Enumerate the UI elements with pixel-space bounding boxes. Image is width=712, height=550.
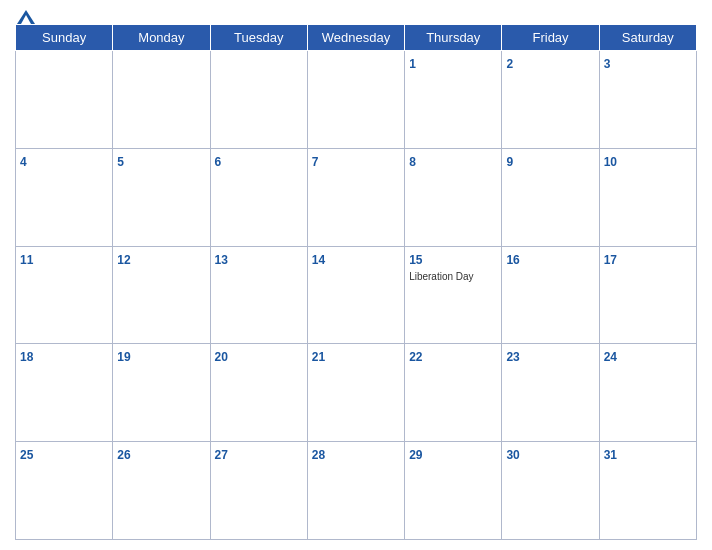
weekday-header-friday: Friday [502,25,599,51]
weekday-header-monday: Monday [113,25,210,51]
day-number: 30 [506,448,519,462]
weekday-header-saturday: Saturday [599,25,696,51]
weekday-header-tuesday: Tuesday [210,25,307,51]
calendar-cell: 13 [210,246,307,344]
calendar-cell: 22 [405,344,502,442]
calendar-cell: 21 [307,344,404,442]
day-number: 3 [604,57,611,71]
calendar-cell: 5 [113,148,210,246]
calendar-table: SundayMondayTuesdayWednesdayThursdayFrid… [15,24,697,540]
day-number: 18 [20,350,33,364]
day-number: 7 [312,155,319,169]
day-number: 2 [506,57,513,71]
weekday-header-sunday: Sunday [16,25,113,51]
calendar-cell: 7 [307,148,404,246]
day-number: 4 [20,155,27,169]
calendar-cell: 10 [599,148,696,246]
day-number: 19 [117,350,130,364]
day-number: 6 [215,155,222,169]
calendar-cell: 28 [307,442,404,540]
calendar-cell [16,51,113,149]
calendar-cell: 30 [502,442,599,540]
day-number: 16 [506,253,519,267]
calendar-cell: 19 [113,344,210,442]
logo-icon [17,10,35,24]
day-number: 17 [604,253,617,267]
day-number: 1 [409,57,416,71]
calendar-cell: 27 [210,442,307,540]
day-number: 13 [215,253,228,267]
calendar-week-row: 1112131415Liberation Day1617 [16,246,697,344]
calendar-week-row: 25262728293031 [16,442,697,540]
calendar-week-row: 45678910 [16,148,697,246]
calendar-cell: 16 [502,246,599,344]
day-number: 21 [312,350,325,364]
calendar-header [15,10,697,18]
day-number: 11 [20,253,33,267]
day-number: 23 [506,350,519,364]
calendar-cell: 11 [16,246,113,344]
calendar-cell: 31 [599,442,696,540]
day-number: 29 [409,448,422,462]
logo [15,10,35,24]
day-number: 5 [117,155,124,169]
calendar-cell: 6 [210,148,307,246]
day-number: 26 [117,448,130,462]
calendar-cell: 12 [113,246,210,344]
calendar-cell: 9 [502,148,599,246]
weekday-header-row: SundayMondayTuesdayWednesdayThursdayFrid… [16,25,697,51]
calendar-cell: 2 [502,51,599,149]
day-number: 12 [117,253,130,267]
day-number: 10 [604,155,617,169]
calendar-cell [113,51,210,149]
day-number: 24 [604,350,617,364]
weekday-header-thursday: Thursday [405,25,502,51]
calendar-cell: 20 [210,344,307,442]
calendar-cell: 23 [502,344,599,442]
calendar-cell: 17 [599,246,696,344]
calendar-cell: 15Liberation Day [405,246,502,344]
calendar-cell: 18 [16,344,113,442]
day-number: 20 [215,350,228,364]
day-number: 22 [409,350,422,364]
calendar-week-row: 123 [16,51,697,149]
day-number: 14 [312,253,325,267]
holiday-label: Liberation Day [409,270,497,283]
calendar-cell: 26 [113,442,210,540]
calendar-cell: 14 [307,246,404,344]
calendar-wrapper: SundayMondayTuesdayWednesdayThursdayFrid… [0,0,712,550]
calendar-cell: 4 [16,148,113,246]
day-number: 28 [312,448,325,462]
calendar-cell: 3 [599,51,696,149]
calendar-cell: 1 [405,51,502,149]
calendar-cell: 29 [405,442,502,540]
day-number: 15 [409,253,422,267]
day-number: 27 [215,448,228,462]
calendar-week-row: 18192021222324 [16,344,697,442]
calendar-cell: 24 [599,344,696,442]
day-number: 9 [506,155,513,169]
calendar-cell: 8 [405,148,502,246]
day-number: 8 [409,155,416,169]
calendar-cell [210,51,307,149]
weekday-header-wednesday: Wednesday [307,25,404,51]
calendar-cell [307,51,404,149]
calendar-cell: 25 [16,442,113,540]
day-number: 25 [20,448,33,462]
day-number: 31 [604,448,617,462]
